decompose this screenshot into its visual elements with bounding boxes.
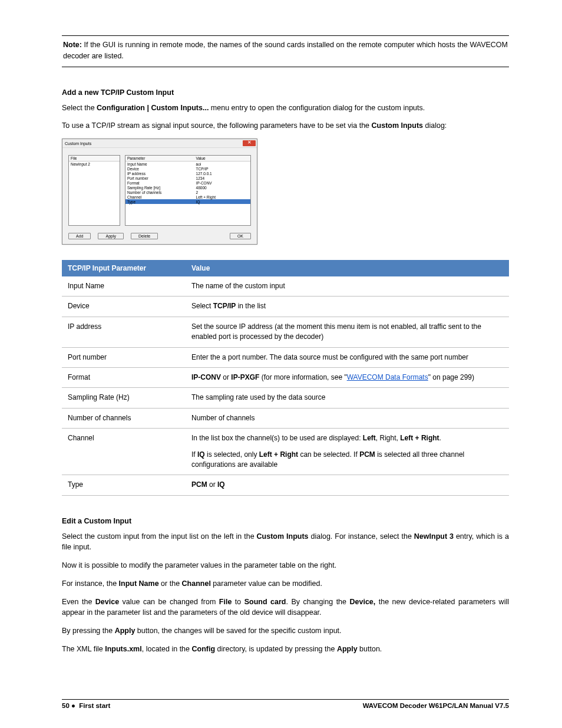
paragraph-select-menu: Select the Configuration | Custom Inputs… <box>62 103 509 114</box>
tcpip-parameter-table: TCP/IP Input Parameter Value Input Name … <box>62 260 509 496</box>
heading-add-custom-input: Add a new TCP/IP Custom Input <box>62 88 509 97</box>
col-parameter: Parameter <box>125 156 194 162</box>
edit-para-3: For instance, the Input Name or the Chan… <box>62 578 509 589</box>
table-row: Number of channels Number of channels <box>62 408 509 428</box>
dialog-button-row: Add Apply Delete OK <box>68 233 251 239</box>
table-row: Format IP-CONV or IP-PXGF (for more info… <box>62 367 509 387</box>
table-row: IP address Set the source IP address (at… <box>62 317 509 347</box>
table-row: Device Select TCP/IP in the list <box>62 297 509 317</box>
page-footer: 50 ● First start WAVECOM Decoder W61PC/L… <box>62 699 509 709</box>
th-value: Value <box>186 260 509 276</box>
table-row: Port number Enter the a port number. The… <box>62 347 509 367</box>
col-value: Value <box>194 156 250 162</box>
page-container: Note: If the GUI is running in remote mo… <box>0 0 562 728</box>
close-icon[interactable]: ✕ <box>243 140 256 146</box>
ok-button[interactable]: OK <box>230 233 251 239</box>
dialog-titlebar: Custom Inputs ✕ <box>62 139 257 148</box>
table-row: Input Name The name of the custom input <box>62 276 509 297</box>
note-box: Note: If the GUI is running in remote mo… <box>62 35 509 67</box>
dialog-title: Custom Inputs <box>65 141 91 146</box>
add-button[interactable]: Add <box>68 233 91 239</box>
footer-left: 50 ● First start <box>62 702 110 709</box>
paragraph-tcpip-intro: To use a TCP/IP stream as signal input s… <box>62 120 509 131</box>
input-list-header: File <box>69 156 120 162</box>
edit-para-1: Select the custom input from the input l… <box>62 531 509 554</box>
heading-edit-custom-input: Edit a Custom Input <box>62 517 509 525</box>
table-row: Channel In the list box the channel(s) t… <box>62 429 509 475</box>
wavecom-data-formats-link[interactable]: WAVECOM Data Formats <box>347 373 428 381</box>
custom-inputs-dialog: Custom Inputs ✕ File NewInput 2 Paramete… <box>62 139 257 245</box>
edit-para-6: The XML file Inputs.xml, located in the … <box>62 644 509 655</box>
table-row: Type PCM or IQ <box>62 475 509 495</box>
delete-button[interactable]: Delete <box>131 233 158 239</box>
table-row: Sampling Rate (Hz) The sampling rate use… <box>62 388 509 408</box>
footer-right: WAVECOM Decoder W61PC/LAN Manual V7.5 <box>363 702 509 709</box>
parameter-grid[interactable]: Parameter Value Input Nameaoi DeviceTCP/… <box>125 155 251 226</box>
edit-para-2: Now it is possible to modify the paramet… <box>62 560 509 571</box>
note-body: If the GUI is running in remote mode, th… <box>63 41 508 60</box>
apply-button[interactable]: Apply <box>98 233 124 239</box>
note-label: Note: <box>63 41 82 49</box>
dialog-body: File NewInput 2 Parameter Value Input Na… <box>62 148 257 244</box>
input-list[interactable]: File NewInput 2 <box>68 155 120 226</box>
th-parameter: TCP/IP Input Parameter <box>62 260 186 276</box>
edit-para-5: By pressing the Apply button, the change… <box>62 625 509 637</box>
list-item[interactable]: NewInput 2 <box>69 162 120 167</box>
edit-para-4: Even the Device value can be changed fro… <box>62 597 509 619</box>
